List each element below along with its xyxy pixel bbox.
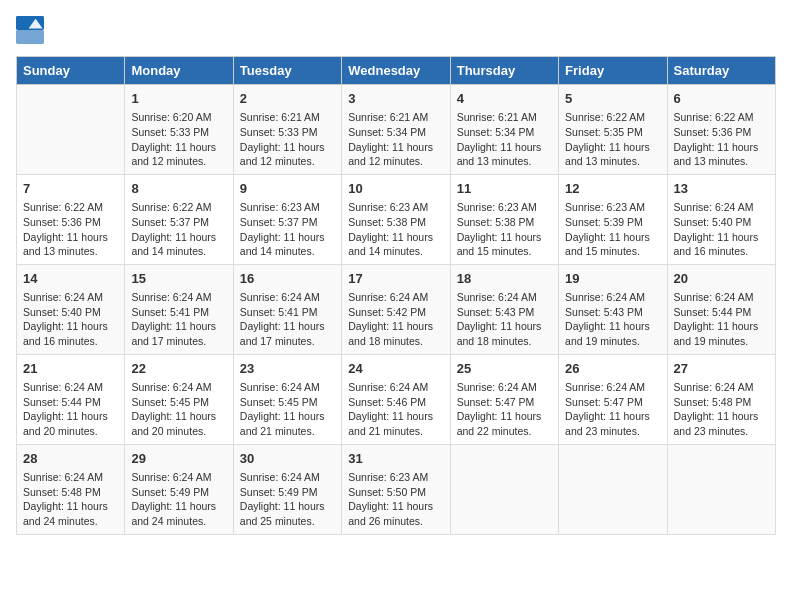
calendar-cell: 13Sunrise: 6:24 AM Sunset: 5:40 PM Dayli…	[667, 174, 775, 264]
weekday-header-tuesday: Tuesday	[233, 57, 341, 85]
calendar-cell: 16Sunrise: 6:24 AM Sunset: 5:41 PM Dayli…	[233, 264, 341, 354]
day-info: Sunrise: 6:24 AM Sunset: 5:44 PM Dayligh…	[23, 380, 118, 439]
day-number: 4	[457, 90, 552, 108]
day-info: Sunrise: 6:24 AM Sunset: 5:43 PM Dayligh…	[457, 290, 552, 349]
day-number: 31	[348, 450, 443, 468]
day-info: Sunrise: 6:24 AM Sunset: 5:41 PM Dayligh…	[131, 290, 226, 349]
calendar-cell: 25Sunrise: 6:24 AM Sunset: 5:47 PM Dayli…	[450, 354, 558, 444]
day-info: Sunrise: 6:22 AM Sunset: 5:37 PM Dayligh…	[131, 200, 226, 259]
day-number: 30	[240, 450, 335, 468]
calendar-week-row: 7Sunrise: 6:22 AM Sunset: 5:36 PM Daylig…	[17, 174, 776, 264]
day-info: Sunrise: 6:24 AM Sunset: 5:45 PM Dayligh…	[240, 380, 335, 439]
header	[16, 16, 776, 44]
day-number: 28	[23, 450, 118, 468]
logo-icon	[16, 16, 44, 44]
day-number: 27	[674, 360, 769, 378]
calendar-cell: 24Sunrise: 6:24 AM Sunset: 5:46 PM Dayli…	[342, 354, 450, 444]
calendar-week-row: 1Sunrise: 6:20 AM Sunset: 5:33 PM Daylig…	[17, 85, 776, 175]
day-number: 21	[23, 360, 118, 378]
day-info: Sunrise: 6:23 AM Sunset: 5:37 PM Dayligh…	[240, 200, 335, 259]
calendar-cell: 30Sunrise: 6:24 AM Sunset: 5:49 PM Dayli…	[233, 444, 341, 534]
day-number: 11	[457, 180, 552, 198]
day-info: Sunrise: 6:24 AM Sunset: 5:40 PM Dayligh…	[23, 290, 118, 349]
day-info: Sunrise: 6:21 AM Sunset: 5:34 PM Dayligh…	[457, 110, 552, 169]
svg-rect-1	[16, 30, 44, 44]
calendar-cell: 6Sunrise: 6:22 AM Sunset: 5:36 PM Daylig…	[667, 85, 775, 175]
day-number: 2	[240, 90, 335, 108]
calendar-week-row: 21Sunrise: 6:24 AM Sunset: 5:44 PM Dayli…	[17, 354, 776, 444]
weekday-header-row: SundayMondayTuesdayWednesdayThursdayFrid…	[17, 57, 776, 85]
calendar-cell: 9Sunrise: 6:23 AM Sunset: 5:37 PM Daylig…	[233, 174, 341, 264]
day-number: 19	[565, 270, 660, 288]
calendar-cell	[450, 444, 558, 534]
calendar-cell: 18Sunrise: 6:24 AM Sunset: 5:43 PM Dayli…	[450, 264, 558, 354]
day-info: Sunrise: 6:24 AM Sunset: 5:44 PM Dayligh…	[674, 290, 769, 349]
calendar-week-row: 28Sunrise: 6:24 AM Sunset: 5:48 PM Dayli…	[17, 444, 776, 534]
day-number: 1	[131, 90, 226, 108]
day-number: 20	[674, 270, 769, 288]
day-info: Sunrise: 6:24 AM Sunset: 5:42 PM Dayligh…	[348, 290, 443, 349]
calendar-week-row: 14Sunrise: 6:24 AM Sunset: 5:40 PM Dayli…	[17, 264, 776, 354]
day-number: 3	[348, 90, 443, 108]
calendar-cell: 5Sunrise: 6:22 AM Sunset: 5:35 PM Daylig…	[559, 85, 667, 175]
day-number: 29	[131, 450, 226, 468]
weekday-header-monday: Monday	[125, 57, 233, 85]
day-info: Sunrise: 6:21 AM Sunset: 5:33 PM Dayligh…	[240, 110, 335, 169]
calendar-cell: 22Sunrise: 6:24 AM Sunset: 5:45 PM Dayli…	[125, 354, 233, 444]
weekday-header-friday: Friday	[559, 57, 667, 85]
day-number: 5	[565, 90, 660, 108]
day-info: Sunrise: 6:24 AM Sunset: 5:47 PM Dayligh…	[457, 380, 552, 439]
day-number: 15	[131, 270, 226, 288]
day-info: Sunrise: 6:23 AM Sunset: 5:38 PM Dayligh…	[348, 200, 443, 259]
calendar-cell: 3Sunrise: 6:21 AM Sunset: 5:34 PM Daylig…	[342, 85, 450, 175]
calendar-cell	[17, 85, 125, 175]
calendar-cell: 11Sunrise: 6:23 AM Sunset: 5:38 PM Dayli…	[450, 174, 558, 264]
weekday-header-sunday: Sunday	[17, 57, 125, 85]
day-number: 14	[23, 270, 118, 288]
day-info: Sunrise: 6:24 AM Sunset: 5:40 PM Dayligh…	[674, 200, 769, 259]
day-number: 13	[674, 180, 769, 198]
calendar-cell: 2Sunrise: 6:21 AM Sunset: 5:33 PM Daylig…	[233, 85, 341, 175]
day-number: 22	[131, 360, 226, 378]
day-info: Sunrise: 6:23 AM Sunset: 5:39 PM Dayligh…	[565, 200, 660, 259]
day-info: Sunrise: 6:24 AM Sunset: 5:43 PM Dayligh…	[565, 290, 660, 349]
calendar-cell: 17Sunrise: 6:24 AM Sunset: 5:42 PM Dayli…	[342, 264, 450, 354]
calendar-cell	[667, 444, 775, 534]
day-info: Sunrise: 6:24 AM Sunset: 5:48 PM Dayligh…	[23, 470, 118, 529]
calendar-cell: 21Sunrise: 6:24 AM Sunset: 5:44 PM Dayli…	[17, 354, 125, 444]
day-info: Sunrise: 6:21 AM Sunset: 5:34 PM Dayligh…	[348, 110, 443, 169]
calendar-cell: 27Sunrise: 6:24 AM Sunset: 5:48 PM Dayli…	[667, 354, 775, 444]
day-info: Sunrise: 6:24 AM Sunset: 5:45 PM Dayligh…	[131, 380, 226, 439]
calendar-cell: 15Sunrise: 6:24 AM Sunset: 5:41 PM Dayli…	[125, 264, 233, 354]
day-number: 9	[240, 180, 335, 198]
day-number: 6	[674, 90, 769, 108]
day-number: 17	[348, 270, 443, 288]
day-number: 18	[457, 270, 552, 288]
day-info: Sunrise: 6:24 AM Sunset: 5:49 PM Dayligh…	[240, 470, 335, 529]
weekday-header-saturday: Saturday	[667, 57, 775, 85]
calendar-cell: 23Sunrise: 6:24 AM Sunset: 5:45 PM Dayli…	[233, 354, 341, 444]
calendar-cell: 28Sunrise: 6:24 AM Sunset: 5:48 PM Dayli…	[17, 444, 125, 534]
calendar-table: SundayMondayTuesdayWednesdayThursdayFrid…	[16, 56, 776, 535]
day-number: 16	[240, 270, 335, 288]
day-number: 8	[131, 180, 226, 198]
day-number: 7	[23, 180, 118, 198]
weekday-header-wednesday: Wednesday	[342, 57, 450, 85]
day-info: Sunrise: 6:24 AM Sunset: 5:46 PM Dayligh…	[348, 380, 443, 439]
logo	[16, 16, 48, 44]
calendar-cell: 4Sunrise: 6:21 AM Sunset: 5:34 PM Daylig…	[450, 85, 558, 175]
calendar-cell: 31Sunrise: 6:23 AM Sunset: 5:50 PM Dayli…	[342, 444, 450, 534]
weekday-header-thursday: Thursday	[450, 57, 558, 85]
day-info: Sunrise: 6:22 AM Sunset: 5:36 PM Dayligh…	[23, 200, 118, 259]
calendar-cell: 8Sunrise: 6:22 AM Sunset: 5:37 PM Daylig…	[125, 174, 233, 264]
day-number: 23	[240, 360, 335, 378]
day-info: Sunrise: 6:23 AM Sunset: 5:50 PM Dayligh…	[348, 470, 443, 529]
calendar-cell: 14Sunrise: 6:24 AM Sunset: 5:40 PM Dayli…	[17, 264, 125, 354]
day-number: 25	[457, 360, 552, 378]
calendar-cell: 1Sunrise: 6:20 AM Sunset: 5:33 PM Daylig…	[125, 85, 233, 175]
calendar-cell: 29Sunrise: 6:24 AM Sunset: 5:49 PM Dayli…	[125, 444, 233, 534]
day-info: Sunrise: 6:22 AM Sunset: 5:35 PM Dayligh…	[565, 110, 660, 169]
day-info: Sunrise: 6:24 AM Sunset: 5:47 PM Dayligh…	[565, 380, 660, 439]
day-number: 24	[348, 360, 443, 378]
calendar-cell: 20Sunrise: 6:24 AM Sunset: 5:44 PM Dayli…	[667, 264, 775, 354]
